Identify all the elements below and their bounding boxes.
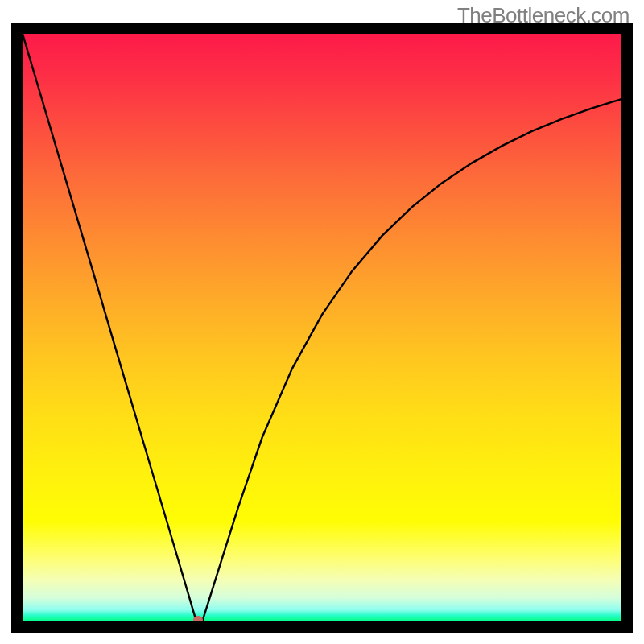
curve-svg bbox=[23, 34, 621, 621]
plot-area bbox=[23, 34, 621, 621]
chart-container: TheBottleneck.com bbox=[0, 0, 644, 644]
bottleneck-curve bbox=[23, 34, 621, 621]
plot-frame bbox=[11, 23, 633, 633]
